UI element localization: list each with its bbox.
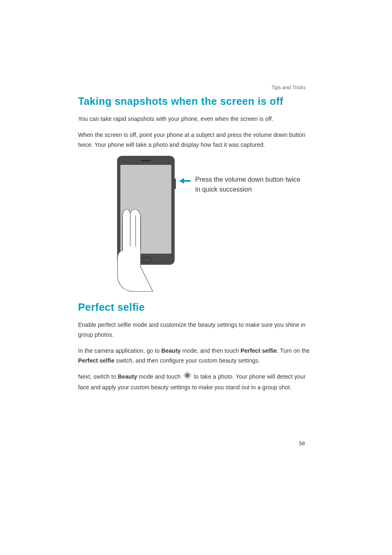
document-page: Tips and Tricks Taking snapshots when th… — [0, 0, 392, 555]
svg-point-1 — [185, 373, 189, 377]
volume-button-graphic — [175, 178, 176, 189]
camera-shutter-icon — [184, 372, 191, 382]
text-run: In the camera application, go to — [78, 347, 161, 354]
bold-beauty: Beauty — [161, 347, 181, 354]
callout-text: Press the volume down button twice in qu… — [195, 175, 302, 194]
text-run: switch, and then configure your custom b… — [115, 357, 260, 364]
phone-illustration — [117, 156, 175, 265]
paragraph: In the camera application, go to Beauty … — [78, 346, 314, 366]
running-header: Tips and Tricks — [272, 85, 306, 90]
callout-arrow-icon — [179, 178, 191, 184]
text-run: mode and touch — [137, 373, 182, 380]
bold-perfect-selfie: Perfect selfie — [240, 347, 277, 354]
bold-beauty-mode: Beauty — [118, 373, 137, 380]
text-run: mode, and then touch — [181, 347, 240, 354]
paragraph: Next, switch to Beauty mode and touch to… — [78, 372, 314, 393]
illustration-snapshot: Press the volume down button twice in qu… — [78, 156, 314, 291]
paragraph: Enable perfect selfie mode and customize… — [78, 320, 314, 340]
text-run: . Turn on the — [277, 347, 310, 354]
paragraph: When the screen is off, point your phone… — [78, 130, 314, 150]
paragraph: You can take rapid snapshots with your p… — [78, 114, 314, 124]
heading-perfect-selfie: Perfect selfie — [78, 301, 314, 313]
page-number: 58 — [299, 440, 305, 446]
bold-perfect-selfie-switch: Perfect selfie — [78, 357, 115, 364]
heading-snapshots: Taking snapshots when the screen is off — [78, 95, 314, 107]
text-run: Next, switch to — [78, 373, 118, 380]
